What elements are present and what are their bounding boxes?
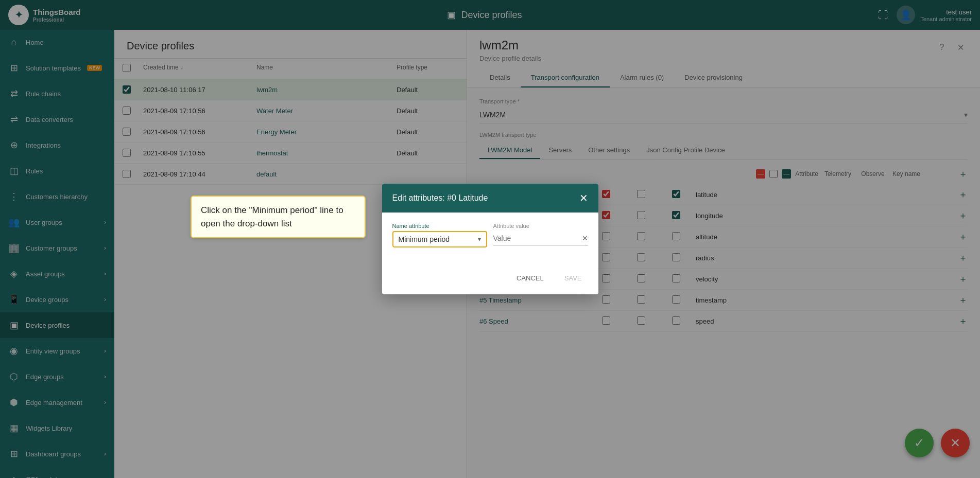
- modal-close-button[interactable]: ✕: [579, 192, 588, 204]
- modal-fields: Name attribute Minimum period ▾ Attribut…: [392, 223, 588, 247]
- edit-attributes-modal: Edit attributes: #0 Latitude ✕ Name attr…: [382, 184, 598, 294]
- modal-cancel-button[interactable]: Cancel: [508, 270, 552, 286]
- clear-value-button[interactable]: ✕: [582, 234, 588, 242]
- name-attr-label: Name attribute: [392, 223, 487, 229]
- name-attr-select[interactable]: Minimum period ▾: [392, 231, 487, 247]
- modal-body: Name attribute Minimum period ▾ Attribut…: [382, 213, 598, 266]
- attr-value-input[interactable]: [493, 234, 582, 242]
- modal-overlay: Edit attributes: #0 Latitude ✕ Name attr…: [0, 0, 980, 478]
- name-attr-value: Minimum period: [399, 235, 450, 243]
- name-attr-field: Name attribute Minimum period ▾: [392, 223, 487, 247]
- modal-save-button[interactable]: Save: [556, 270, 590, 286]
- attr-value-label: Attribute value: [493, 223, 588, 229]
- modal-title: Edit attributes: #0 Latitude: [392, 193, 488, 203]
- attr-value-field: Attribute value ✕: [493, 223, 588, 247]
- tooltip-callout: Click on the "Minimum period" line to op…: [191, 196, 366, 238]
- modal-header: Edit attributes: #0 Latitude ✕: [382, 184, 598, 213]
- modal-footer: Cancel Save: [382, 266, 598, 294]
- select-arrow-icon: ▾: [478, 236, 481, 243]
- attr-value-input-wrapper: ✕: [493, 231, 588, 246]
